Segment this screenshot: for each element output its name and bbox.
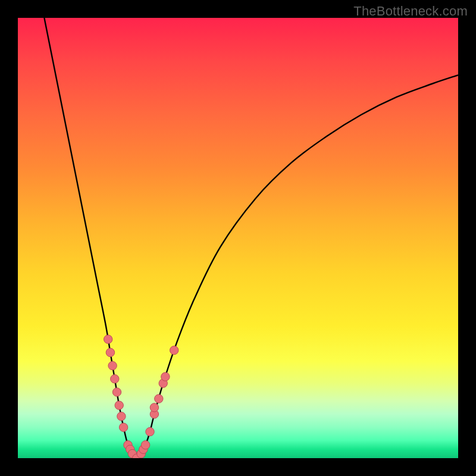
curve-layer (18, 18, 458, 458)
data-dot (117, 412, 126, 421)
data-dot (111, 375, 119, 383)
data-dot (146, 427, 154, 436)
data-dot (161, 372, 170, 381)
data-dot (119, 423, 127, 431)
data-dot (108, 361, 117, 369)
plot-area (18, 18, 458, 458)
bottleneck-curve-right (137, 75, 458, 458)
watermark-text: TheBottleneck.com (353, 4, 468, 19)
data-dot (104, 335, 112, 343)
data-dot (150, 403, 158, 412)
chart-frame: TheBottleneck.com (0, 0, 476, 476)
scatter-dots (104, 335, 178, 458)
bottleneck-curve-left (44, 18, 136, 458)
data-dot (106, 348, 114, 356)
data-dot (141, 441, 149, 449)
data-dot (115, 401, 123, 409)
data-dot (155, 394, 163, 403)
data-dot (170, 346, 178, 355)
data-dot (112, 388, 121, 396)
